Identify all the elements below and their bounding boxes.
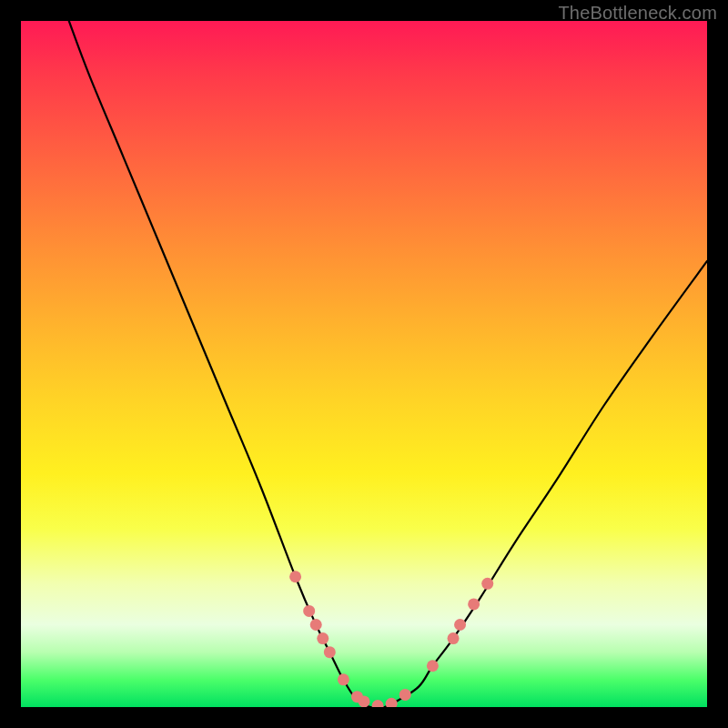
highlight-marker	[359, 695, 370, 707]
chart-svg	[21, 21, 707, 707]
highlight-marker	[317, 632, 329, 644]
watermark-text: TheBottleneck.com	[558, 3, 717, 24]
highlight-marker	[399, 689, 411, 701]
bottleneck-curve-line	[69, 21, 707, 707]
highlight-markers	[289, 571, 493, 707]
highlight-marker	[481, 578, 493, 590]
curve-group	[69, 21, 707, 707]
highlight-marker	[303, 605, 315, 617]
highlight-marker	[448, 632, 460, 644]
highlight-marker	[427, 660, 439, 672]
highlight-marker	[324, 646, 336, 658]
highlight-marker	[338, 673, 349, 685]
highlight-marker	[372, 700, 384, 707]
highlight-marker	[386, 698, 398, 707]
chart-frame	[21, 21, 707, 707]
highlight-marker	[454, 619, 466, 631]
highlight-marker	[468, 598, 480, 610]
highlight-marker	[289, 571, 301, 582]
highlight-marker	[310, 619, 322, 631]
